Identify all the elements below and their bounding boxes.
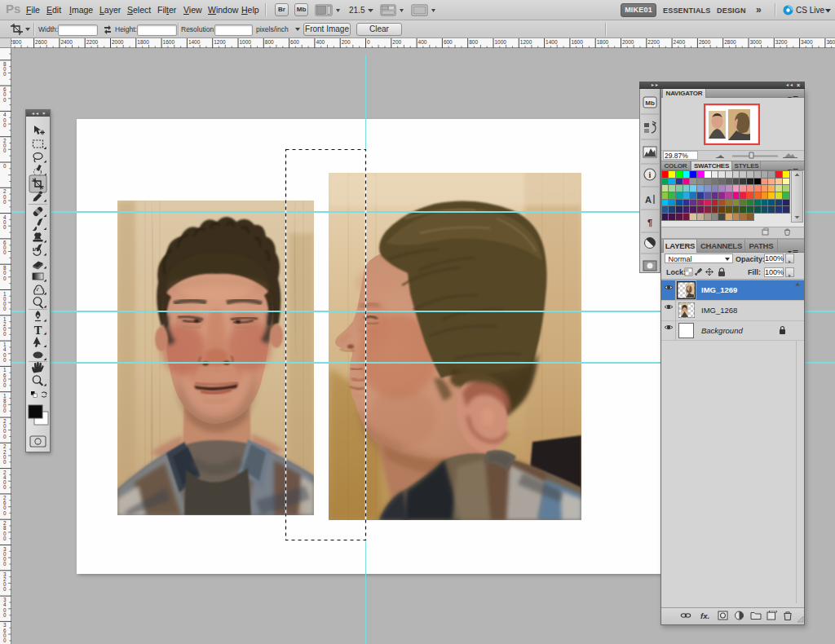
- svg-text:3200: 3200: [775, 39, 788, 45]
- svg-text:2600: 2600: [35, 39, 47, 45]
- svg-text:600: 600: [444, 39, 453, 45]
- svg-text:¶: ¶: [647, 218, 652, 227]
- svg-text:2600: 2600: [699, 39, 711, 45]
- svg-text:0: 0: [3, 408, 7, 413]
- svg-text:1200: 1200: [214, 39, 226, 45]
- svg-text:0: 0: [3, 382, 7, 388]
- svg-text:1600: 1600: [571, 39, 583, 45]
- svg-text:0: 0: [3, 484, 7, 490]
- svg-text:0: 0: [3, 224, 7, 230]
- svg-text:0: 0: [3, 459, 7, 465]
- svg-text:2400: 2400: [60, 39, 73, 45]
- svg-text:0: 0: [3, 148, 7, 153]
- svg-text:0: 0: [3, 306, 7, 311]
- svg-text:A: A: [645, 195, 652, 205]
- svg-text:400: 400: [418, 39, 427, 45]
- svg-text:3600: 3600: [826, 39, 835, 45]
- svg-text:0: 0: [3, 510, 7, 516]
- svg-text:0: 0: [3, 163, 7, 169]
- svg-text:1400: 1400: [188, 39, 201, 45]
- svg-text:0: 0: [3, 97, 7, 103]
- svg-text:2200: 2200: [86, 39, 99, 45]
- svg-text:0: 0: [3, 561, 7, 567]
- svg-text:2800: 2800: [11, 39, 22, 45]
- svg-text:1800: 1800: [137, 39, 149, 45]
- svg-text:0: 0: [367, 39, 370, 45]
- svg-text:800: 800: [469, 39, 478, 45]
- svg-text:3000: 3000: [750, 39, 762, 45]
- svg-text:1400: 1400: [546, 39, 558, 45]
- svg-text:800: 800: [265, 39, 274, 45]
- svg-text:0: 0: [3, 536, 7, 541]
- svg-text:0: 0: [3, 357, 7, 363]
- svg-text:200: 200: [342, 39, 351, 45]
- svg-text:1000: 1000: [240, 39, 252, 45]
- svg-text:1600: 1600: [163, 39, 175, 45]
- svg-text:fx.: fx.: [700, 611, 709, 620]
- svg-text:0: 0: [3, 586, 7, 592]
- svg-text:0: 0: [3, 199, 7, 205]
- svg-text:T: T: [34, 324, 42, 337]
- svg-text:Mb: Mb: [645, 99, 655, 107]
- svg-text:2400: 2400: [674, 39, 686, 45]
- svg-text:0: 0: [3, 434, 7, 439]
- svg-text:0: 0: [3, 249, 7, 255]
- svg-text:1000: 1000: [495, 39, 507, 45]
- svg-text:0: 0: [3, 612, 7, 618]
- svg-text:0: 0: [3, 71, 7, 77]
- svg-text:2200: 2200: [647, 39, 660, 45]
- svg-text:200: 200: [392, 39, 401, 45]
- svg-text:0: 0: [3, 122, 7, 128]
- svg-text:0: 0: [3, 331, 7, 337]
- svg-text:2000: 2000: [112, 39, 124, 45]
- svg-text:400: 400: [316, 39, 325, 45]
- svg-text:0: 0: [3, 276, 7, 281]
- svg-text:2000: 2000: [622, 39, 634, 45]
- svg-text:i: i: [649, 170, 652, 179]
- svg-text:2800: 2800: [724, 39, 736, 45]
- svg-text:600: 600: [290, 39, 299, 45]
- svg-text:1800: 1800: [597, 39, 609, 45]
- svg-text:0: 0: [3, 637, 7, 643]
- svg-text:3400: 3400: [801, 39, 813, 45]
- svg-text:1200: 1200: [520, 39, 532, 45]
